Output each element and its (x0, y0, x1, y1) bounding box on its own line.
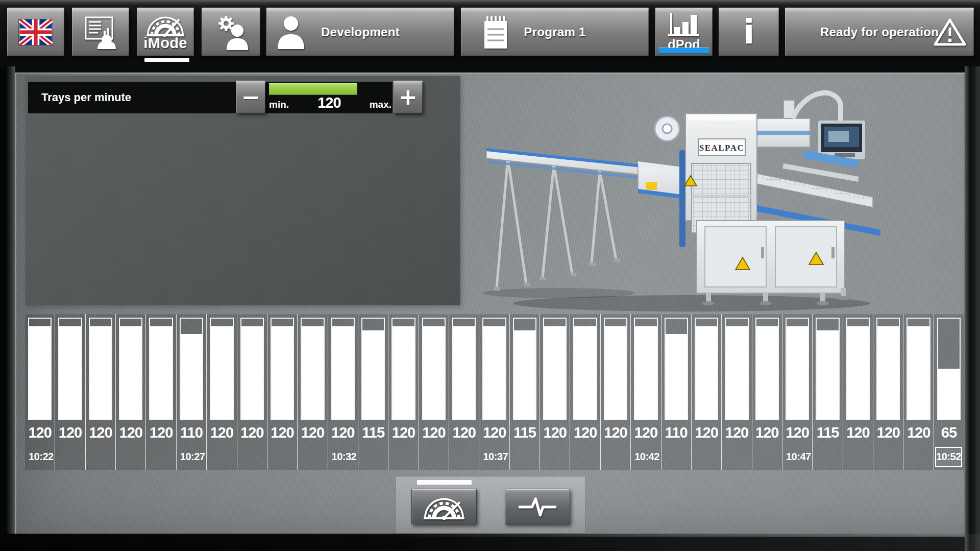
bar-value: 120 (207, 422, 236, 445)
bar-value: 120 (479, 422, 509, 445)
bar-outline (271, 318, 294, 420)
bar-value: 120 (540, 422, 570, 445)
chart-column: 120 (843, 314, 873, 470)
bar-fill (605, 326, 626, 419)
bar-value: 120 (631, 422, 660, 445)
bar-outline (573, 318, 597, 420)
chart-column: 120 (86, 314, 116, 470)
bar-fill (211, 326, 232, 419)
increase-speed-button[interactable]: + (394, 81, 423, 113)
bar-outline (58, 318, 82, 420)
user-icon (275, 15, 307, 49)
bar-value: 115 (813, 422, 842, 445)
status-bar[interactable]: Ready for operation (785, 8, 974, 56)
bar-outline (513, 318, 536, 420)
language-button[interactable] (7, 8, 64, 56)
imode-label: iMode (143, 35, 187, 52)
bar-outline (937, 318, 961, 420)
bar-fill (847, 326, 869, 419)
bar-value: 120 (25, 422, 55, 445)
pulse-icon (517, 493, 558, 520)
bar-value: 120 (601, 422, 630, 445)
dpod-active-indicator (659, 47, 709, 54)
chart-column: 120 (388, 314, 419, 470)
bar-fill (29, 326, 51, 419)
bar-outline (786, 318, 809, 420)
bar-fill (423, 326, 445, 419)
bar-outline (210, 318, 233, 420)
bar-fill (514, 330, 535, 419)
bar-outline (422, 318, 446, 420)
speed-gauge-track (269, 83, 391, 95)
bar-timestamp: 10:27 (177, 447, 206, 466)
chart-column: 12010:32 (328, 314, 358, 470)
bar-value: 120 (388, 422, 418, 445)
bar-value: 120 (843, 422, 873, 445)
bar-fill (544, 326, 566, 419)
chart-column: 110 (662, 314, 692, 470)
chart-column: 120 (237, 314, 267, 470)
speedometer-icon (420, 493, 469, 520)
bar-outline (301, 318, 324, 420)
bar-value: 110 (177, 422, 206, 445)
imode-active-indicator (144, 58, 189, 62)
bar-fill (332, 326, 354, 419)
gauge-view-button[interactable] (411, 489, 477, 524)
bar-outline (876, 318, 900, 420)
report-user-button[interactable] (72, 8, 129, 56)
program-button[interactable]: Program 1 (461, 8, 649, 56)
chart-column: 120 (903, 314, 934, 470)
bar-fill (272, 326, 293, 419)
bar-fill (453, 326, 475, 419)
speed-gauge-fill (269, 83, 357, 95)
max-label: max. (370, 99, 391, 110)
bar-value: 120 (146, 422, 176, 445)
chart-column: 12010:37 (479, 314, 509, 470)
chart-column: 120 (601, 314, 631, 470)
bar-value: 120 (86, 422, 115, 445)
bar-chart-icon (666, 12, 702, 38)
bar-outline (634, 318, 657, 420)
bar-value: 120 (116, 422, 145, 445)
bar-outline (119, 318, 142, 420)
bar-value: 120 (782, 422, 812, 445)
speed-panel: Trays per minute − min. 120 max. + (25, 76, 460, 305)
bar-value: 120 (903, 422, 933, 445)
bar-value: 120 (570, 422, 600, 445)
bar-outline (240, 318, 264, 420)
info-button[interactable]: i (719, 8, 779, 56)
pulse-view-button[interactable] (505, 489, 570, 524)
chart-column: 115 (510, 314, 540, 470)
bar-value: 65 (934, 422, 964, 445)
bar-fill (666, 334, 687, 419)
imode-button[interactable]: iMode (137, 8, 194, 56)
chart-column: 120 (692, 314, 722, 470)
bar-fill (908, 326, 929, 419)
dpod-button[interactable]: dPod (655, 8, 713, 56)
bar-outline (725, 318, 748, 420)
bar-value: 115 (510, 422, 540, 445)
user-settings-button[interactable] (202, 8, 260, 56)
bar-fill (59, 326, 81, 419)
bar-value: 120 (267, 422, 297, 445)
gear-user-icon (211, 14, 252, 50)
bar-outline (149, 318, 173, 420)
bar-outline (361, 318, 385, 420)
bar-value: 120 (752, 422, 782, 445)
chart-column: 115 (813, 314, 843, 470)
bar-outline (482, 318, 506, 420)
bar-timestamp: 10:32 (328, 447, 358, 466)
speed-gauge: min. 120 max. (269, 83, 391, 107)
chart-column: 120 (540, 314, 570, 470)
min-label: min. (269, 99, 289, 110)
bar-fill (817, 330, 838, 419)
decrease-speed-button[interactable]: − (236, 81, 265, 113)
chart-column: 120 (116, 314, 146, 470)
operator-button[interactable]: Development (266, 8, 454, 56)
chart-column: 120 (752, 314, 782, 470)
chart-column: 120 (146, 314, 176, 470)
chart-column: 120 (267, 314, 298, 470)
view-switcher (396, 476, 585, 534)
machine-image: SEALPAC (477, 74, 886, 314)
throughput-chart: 12010:2212012012012011010:27120120120120… (25, 314, 964, 470)
